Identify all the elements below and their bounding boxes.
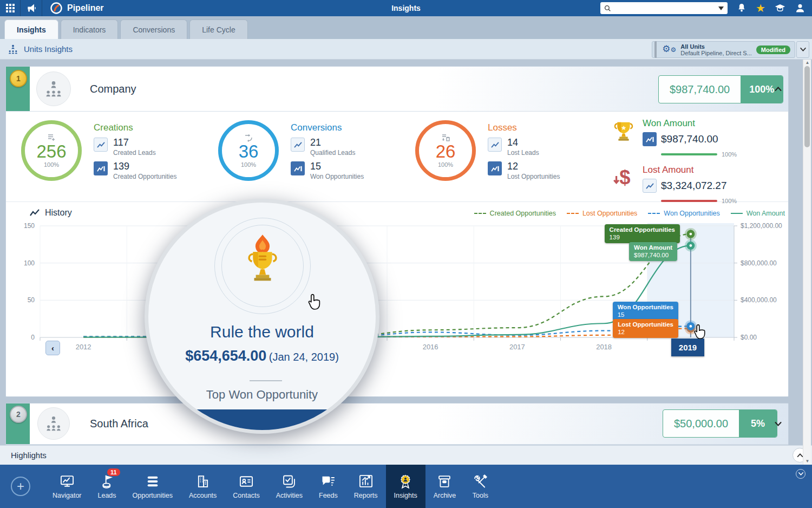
gears-icon: ⚙⚙	[662, 44, 676, 55]
legend-lost-opportunities[interactable]: Lost Opportunities	[567, 210, 637, 217]
contacts-card-icon	[238, 474, 254, 489]
legend-swatch	[731, 213, 743, 214]
created-leads-stat: 117Created Leads	[94, 138, 176, 157]
selector-pipeline-name: Default Pipeline, Direct S...	[680, 50, 751, 56]
accounts-buildings-icon	[195, 474, 211, 489]
insights-medal-icon	[397, 474, 414, 489]
scroll-up-arrow[interactable]: ▲	[803, 60, 811, 66]
learning-cap-icon[interactable]	[774, 3, 786, 14]
org-chart-icon	[45, 415, 62, 432]
rank-1-medal-icon: 1	[10, 70, 27, 87]
creations-ring: 256 100%	[21, 120, 82, 181]
chart-line-icon	[94, 138, 108, 152]
reports-icon	[358, 474, 374, 489]
scroll-down-arrow[interactable]: ▼	[803, 458, 811, 465]
nav-tools[interactable]: Tools	[464, 465, 496, 508]
nav-archive[interactable]: Archive	[425, 465, 464, 508]
flaming-trophy-icon	[245, 225, 280, 307]
legend-swatch	[567, 213, 579, 214]
favorites-star-icon[interactable]: ★	[756, 3, 765, 14]
search-box[interactable]	[600, 2, 728, 14]
company-panel: 1 Company $987,740.00 100% 256 100%	[5, 66, 789, 397]
megaphone-icon	[26, 3, 37, 14]
insights-page: Pipeliner Insights ★ Insights Indicators…	[0, 0, 812, 508]
page-scrollbar[interactable]: ▲ ▼	[803, 60, 811, 465]
nav-collapse-button[interactable]	[796, 469, 806, 479]
tab-indicators[interactable]: Indicators	[61, 19, 119, 39]
won-amount-pct: 100%	[722, 151, 737, 158]
history-section-title: History	[30, 208, 72, 218]
company-amount: $987,740.00	[659, 76, 741, 103]
chart-line-solid-icon	[488, 161, 502, 175]
search-icon	[604, 5, 611, 12]
created-opportunities-stat: 139Created Opportunities	[94, 161, 176, 180]
user-profile-icon[interactable]	[795, 3, 806, 14]
popup-amount: $654,654.00	[185, 348, 266, 364]
tab-insights[interactable]: Insights	[4, 19, 58, 39]
history-chart-icon	[30, 209, 40, 217]
chart-line-solid-icon	[291, 161, 305, 175]
brand-name: Pipeliner	[67, 3, 104, 13]
chevron-down-icon	[775, 422, 782, 426]
company-header[interactable]: 1 Company $987,740.00 100%	[6, 67, 788, 112]
legend-created-opportunities[interactable]: Created Opportunities	[474, 210, 556, 217]
nav-insights[interactable]: Insights	[386, 465, 425, 508]
creations-value: 256	[36, 142, 66, 161]
creations-title: Creations	[94, 122, 176, 133]
tab-life-cycle[interactable]: Life Cycle	[189, 19, 247, 39]
brand[interactable]: Pipeliner	[50, 2, 104, 15]
tools-icon	[472, 474, 488, 489]
unit-selector-caret[interactable]	[796, 41, 809, 58]
top-bar: Pipeliner Insights ★	[0, 0, 812, 16]
lost-leads-stat: 14Lost Leads	[488, 138, 560, 157]
chart-line-solid-icon	[643, 132, 657, 146]
highlights-title: Highlights	[11, 451, 47, 460]
highlights-bar: Highlights	[0, 445, 812, 465]
top-won-opportunity-popup: Rule the world $654,654.00 (Jan 24, 2019…	[145, 199, 379, 434]
app-grid-button[interactable]	[0, 0, 21, 16]
app-grid-icon	[6, 4, 15, 12]
lost-amount-pct: 100%	[722, 198, 737, 204]
hand-cursor	[306, 293, 323, 312]
lost-amount-value: $3,324,072.27	[661, 180, 727, 192]
org-chart-icon	[44, 80, 63, 98]
units-insights-title: Units Insights	[24, 44, 73, 54]
popup-amount-row: $654,654.00 (Jan 24, 2019)	[148, 348, 376, 364]
collapse-company-button[interactable]	[771, 82, 785, 96]
popup-heading: Rule the world	[148, 323, 376, 341]
selector-unit-name: All Units	[680, 43, 751, 50]
nav-opportunities[interactable]: Opportunities	[125, 465, 181, 508]
nav-navigator[interactable]: Navigator	[44, 465, 90, 508]
lost-opportunities-stat: 12Lost Opportunities	[488, 161, 560, 180]
legend-won-opportunities[interactable]: Won Opportunities	[648, 210, 719, 217]
activities-check-icon	[281, 474, 297, 489]
nav-contacts[interactable]: Contacts	[225, 465, 267, 508]
legend-won-amount[interactable]: Won Amount	[731, 210, 785, 217]
nav-feeds[interactable]: Feeds	[311, 465, 346, 508]
scrollbar-thumb[interactable]	[804, 66, 810, 147]
company-avatar	[36, 71, 71, 106]
nav-activities[interactable]: Activities	[268, 465, 311, 508]
conversions-stat: 36 100% Conversions 21Qualified Leads 15…	[218, 120, 364, 185]
lost-trash-icon	[441, 133, 450, 142]
chart-line-icon	[643, 179, 657, 193]
unit-selector[interactable]: ⚙⚙ All Units Default Pipeline, Direct S.…	[652, 41, 795, 58]
won-amount-block: Won Amount $987,740.00 100%	[611, 118, 737, 158]
south-africa-title: South Africa	[90, 418, 148, 430]
search-dropdown-caret-icon[interactable]	[718, 6, 724, 10]
add-button[interactable]: +	[11, 477, 30, 496]
nav-accounts[interactable]: Accounts	[181, 465, 225, 508]
nav-leads[interactable]: 11 Leads	[90, 465, 125, 508]
qualified-leads-stat: 21Qualified Leads	[291, 138, 364, 157]
tab-conversions[interactable]: Conversions	[120, 19, 187, 39]
chart-legend: Created Opportunities Lost Opportunities…	[474, 210, 785, 217]
search-input[interactable]	[614, 4, 715, 12]
announcements-button[interactable]	[21, 0, 42, 16]
chart-pan-back-button[interactable]: ‹	[45, 341, 60, 355]
nav-reports[interactable]: Reports	[346, 465, 386, 508]
south-africa-header[interactable]: 2 South Africa $50,000.00 5%	[6, 403, 788, 445]
won-amount-title: Won Amount	[643, 118, 737, 129]
expand-south-africa-button[interactable]	[771, 417, 785, 431]
losses-ring: 26 100%	[415, 120, 476, 181]
notifications-bell-icon[interactable]	[736, 3, 747, 14]
